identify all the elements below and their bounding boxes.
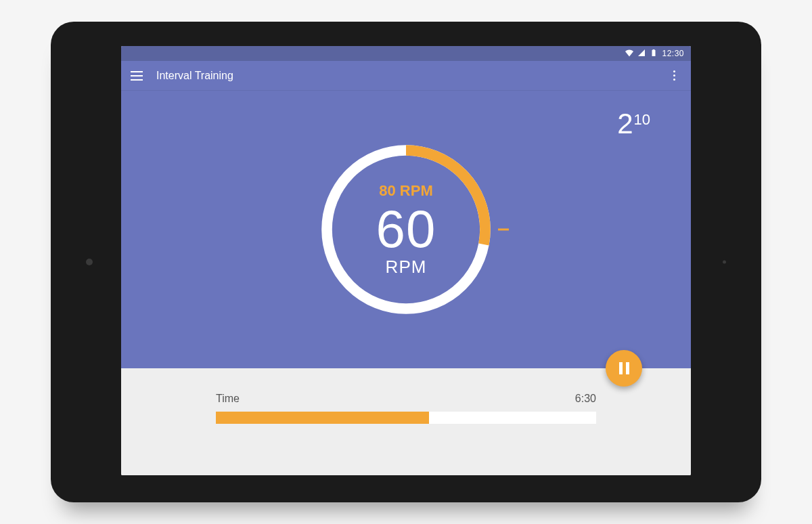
rpm-gauge: 80 RPM 60 RPM xyxy=(318,141,494,318)
gauge-target-tick xyxy=(498,229,509,231)
bottom-panel: Time 6:30 xyxy=(121,368,691,475)
interval-timer: 2 10 xyxy=(617,110,650,138)
signal-icon xyxy=(637,49,646,59)
wifi-icon xyxy=(625,49,633,59)
overflow-icon[interactable] xyxy=(668,65,681,86)
pause-button[interactable] xyxy=(606,350,642,387)
time-label: Time xyxy=(216,393,240,405)
time-value: 6:30 xyxy=(575,393,596,405)
app-bar: Interval Training xyxy=(121,61,691,91)
current-rpm-value: 60 xyxy=(376,202,436,255)
time-progress-track xyxy=(216,412,596,424)
battery-icon xyxy=(650,49,658,59)
timer-minutes: 2 xyxy=(617,110,633,138)
time-progress-fill xyxy=(216,412,429,424)
time-progress-row: Time 6:30 xyxy=(216,393,596,405)
status-bar: 12:30 xyxy=(121,46,691,61)
tablet-frame: 12:30 Interval Training 2 10 xyxy=(51,22,761,502)
menu-icon[interactable] xyxy=(131,71,143,81)
target-rpm-label: 80 RPM xyxy=(379,182,432,200)
pause-icon xyxy=(619,362,629,374)
app-title: Interval Training xyxy=(156,70,654,82)
current-rpm-unit: RPM xyxy=(386,257,427,278)
status-clock: 12:30 xyxy=(662,49,684,58)
screen: 12:30 Interval Training 2 10 xyxy=(121,46,691,475)
timer-seconds: 10 xyxy=(634,112,650,127)
main-panel: 2 10 80 RPM 60 RPM xyxy=(121,91,691,368)
